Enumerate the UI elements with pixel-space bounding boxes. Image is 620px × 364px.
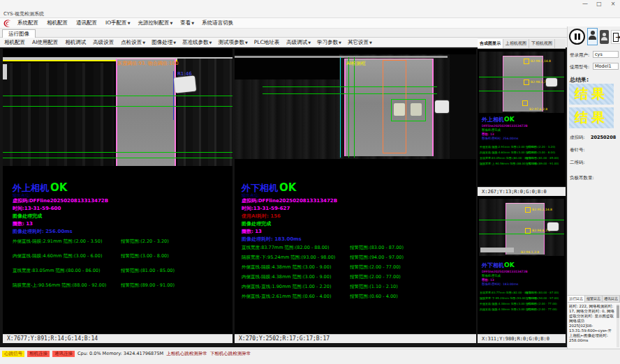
- mini-turns: 圈数: 13: [482, 132, 494, 136]
- barcode-text: 虚拟码:DFFline2025020813313472B: [242, 197, 337, 204]
- bright-streak: [480, 248, 514, 252]
- mini-barcode: DFFline2025020813313472B: [482, 124, 528, 128]
- exit-button[interactable]: →: [611, 30, 620, 44]
- login-user-field[interactable]: cys: [593, 51, 619, 58]
- menu-io-config[interactable]: IO手配置▼: [105, 20, 130, 26]
- mini-upper-camera-image[interactable]: B2:98.7,14.8 B2:98.3,7.1 B2:97.6,2.8: [479, 52, 564, 113]
- turns-text: 圈数: 13: [242, 228, 262, 235]
- person-icon: [603, 33, 606, 36]
- menu-camera-config[interactable]: 相机配置: [47, 20, 68, 26]
- operator-button[interactable]: [600, 30, 609, 44]
- close-button[interactable]: ×: [609, 1, 617, 7]
- measurement-row: 外侧直线-隔膜:2.91mm 范围:(2.00 - 3.50) 报警范围:(2.…: [13, 238, 230, 245]
- mini-process-done: 图像处理完成: [482, 128, 501, 132]
- defect-marker-box: [525, 228, 531, 234]
- barcode-text: 虚拟码:DFFline2025020813313472B: [13, 197, 108, 204]
- log-tabs: 运行日志 报警日志 通讯日志: [568, 296, 620, 303]
- log-tab-alarm[interactable]: 报警日志: [585, 296, 603, 302]
- tool-image-processing[interactable]: 图像处理▼: [152, 39, 176, 46]
- green-measure-line: [3, 96, 232, 96]
- result-badge-bottom: 结果: [569, 107, 614, 128]
- green-measure-line: [263, 86, 437, 87]
- tool-baseline-params[interactable]: 基准线参数▼: [182, 39, 212, 46]
- total-result-label: 总结果:: [570, 76, 589, 84]
- alarm-range-text: 报警范围:(83.00 - 87.00): [350, 245, 404, 251]
- log-tab-run[interactable]: 运行日志: [568, 296, 585, 302]
- mini-measurement-row: 隔膜宽度-下:95.24mm 范围:(93.00 - 98.00)报警范围:(9…: [480, 296, 564, 301]
- green-measure-line: [479, 234, 564, 234]
- login-user-button[interactable]: [587, 28, 598, 45]
- qr-code-label: 二维码:: [570, 160, 585, 166]
- mini-measurement-row: 外侧直线-隔膜:2.91mm 范围:(2.00 - 3.50)报警范围:(2.2…: [480, 145, 564, 150]
- measurement-text: 内侧直线-隔膜:4.38mm 范围:(3.00 - 9.00): [242, 274, 331, 280]
- bright-edge: [3, 64, 7, 79]
- app-window: — □ × CYS-视觉检测系统 系统配置 相机配置 通讯配置 IO手配置▼ 光…: [0, 0, 620, 364]
- menu-language-switch[interactable]: 系统语言切换: [202, 20, 234, 26]
- tab-bright-spot: [394, 103, 405, 116]
- tool-advanced-debug[interactable]: 高级调试▼: [286, 39, 311, 46]
- defect-label: B2:97.6,2.8: [529, 107, 547, 111]
- log-tab-comm[interactable]: 通讯日志: [603, 296, 620, 302]
- right-sidebar: → 登录用户: cys 使用型号: Model1 总结果: 结果 结果 虚拟码:…: [567, 26, 620, 349]
- measurement-text: 内侧直线-直线:1.90mm 范围:(1.00 - 2.20): [242, 284, 331, 290]
- pause-button[interactable]: [569, 29, 585, 45]
- window-controls: — □ ×: [581, 1, 617, 7]
- status-bar: 心跳信号 相机连接 通讯连接 Cpu: 0.0% Memory: 3424.41…: [0, 349, 620, 358]
- mini-lower-camera-image[interactable]: B2:95.2,14.8 B2:94.8,7.1 B2:94.1,2.8: [479, 199, 564, 256]
- tool-learning-params[interactable]: 学习参数▼: [317, 39, 341, 46]
- tab-lower-camera-view[interactable]: 下相机视图: [529, 39, 555, 48]
- tab-upper-camera-view[interactable]: 上相机视图: [503, 39, 529, 48]
- alarm-range-text: 报警范围:(81.00 - 85.00): [121, 268, 175, 274]
- blue-overlay-label: R1:46: [177, 71, 192, 77]
- elapsed-text: 图像处理耗时: 183.00ms: [242, 236, 302, 243]
- menu-system-config[interactable]: 系统配置: [17, 20, 39, 26]
- minimize-button[interactable]: —: [581, 1, 589, 7]
- measurement-row: 直线宽度:83.05mm 范围:(80.00 - 86.00) 报警范围:(81…: [13, 268, 230, 275]
- comm-connection-badge: 通讯连接: [52, 351, 75, 357]
- mini-turns: 圈数: 13: [482, 278, 494, 282]
- threshold-overlay-label: 灰度阈值:93, 吻合阈值:100: [117, 60, 178, 67]
- middle-camera-image[interactable]: AI检测框: [235, 54, 476, 159]
- time-text: 时间:13-31-59-600: [13, 205, 61, 212]
- tab-run-image[interactable]: 运行图像: [2, 29, 36, 38]
- tool-spot-check[interactable]: 点检设置▼: [121, 39, 145, 46]
- menu-comm-config[interactable]: 通讯配置: [76, 20, 98, 26]
- log-scrollbar-thumb[interactable]: [617, 305, 619, 318]
- tool-camera-debug[interactable]: 相机调试: [65, 39, 87, 46]
- tab-connector: [546, 78, 557, 86]
- measurement-row: 内侧直线-隔膜:4.60mm 范围:(3.00 - 6.00) 报警范围:(3.…: [13, 253, 230, 260]
- tool-plc-table[interactable]: PLC地址表: [254, 39, 280, 46]
- left-camera-image[interactable]: 灰度阈值:93, 吻合阈值:100 R1:46: [3, 54, 232, 166]
- log-scrollbar[interactable]: [617, 304, 619, 347]
- maximize-button[interactable]: □: [595, 1, 603, 7]
- menu-light-config[interactable]: 光源控制配置▼: [138, 20, 172, 26]
- mini-measurement-row: 外侧直线-隔膜:4.38mm 范围:(3.00 - 9.00)报警范围:(2.0…: [480, 302, 564, 307]
- tool-advanced-settings[interactable]: 高级设置: [93, 39, 115, 46]
- model-field[interactable]: Model1: [593, 63, 619, 70]
- right-bottom-mini-panel: B2:95.2,14.8 B2:94.8,7.1 B2:94.1,2.8 外下相…: [478, 196, 566, 343]
- camera-connection-badge: 相机连接: [27, 351, 50, 357]
- measurement-row: 外侧直线-直线:2.61mm 范围:(0.60 - 4.00) 报警范围:(0.…: [242, 294, 473, 301]
- mini-measurement-row: 内侧直线-隔膜:4.38mm 范围:(3.00 - 9.00)报警范围:(2.0…: [480, 308, 564, 312]
- mini-measurement-row: 隔膜宽度-上:90.56mm 范围:(88.00 - 92.00)报警范围:(8…: [480, 162, 564, 167]
- mini-result-title: 外上相机OK: [482, 116, 515, 123]
- heartbeat-badge: 心跳信号: [2, 351, 24, 357]
- defect-marker-box: [522, 100, 528, 106]
- alarm-range-text: 报警范围:(1.10 - 2.10): [350, 284, 398, 290]
- tool-camera-config[interactable]: 相机配置: [4, 39, 26, 46]
- measurement-text: 隔膜宽度-上:90.56mm 范围:(88.00 - 92.00): [13, 282, 106, 289]
- defect-label: B2:95.2,14.8: [532, 208, 552, 211]
- tool-other-settings[interactable]: 其它设置▼: [348, 39, 372, 46]
- menu-view[interactable]: 查看▼: [180, 20, 194, 26]
- measurement-row: 内侧直线-直线:1.90mm 范围:(1.00 - 2.20) 报警范围:(1.…: [242, 284, 473, 291]
- machinery-left: [3, 63, 115, 166]
- result-badge-top: 结果: [569, 84, 614, 105]
- tab-count-label: 负极耳数量:: [570, 175, 594, 181]
- green-reference-line: [348, 57, 349, 158]
- elapsed-text: 图像处理耗时: 256.00ms: [13, 228, 73, 235]
- measurement-text: 外侧直线-直线:2.61mm 范围:(0.60 - 4.00): [242, 294, 331, 300]
- title-bar: — □ × CYS-视觉检测系统: [0, 0, 620, 18]
- tab-composite-view[interactable]: 合成图显示: [478, 39, 503, 48]
- tool-ai-config[interactable]: AI使用配置: [32, 39, 59, 46]
- tool-test-params[interactable]: 测试项参数▼: [218, 39, 247, 46]
